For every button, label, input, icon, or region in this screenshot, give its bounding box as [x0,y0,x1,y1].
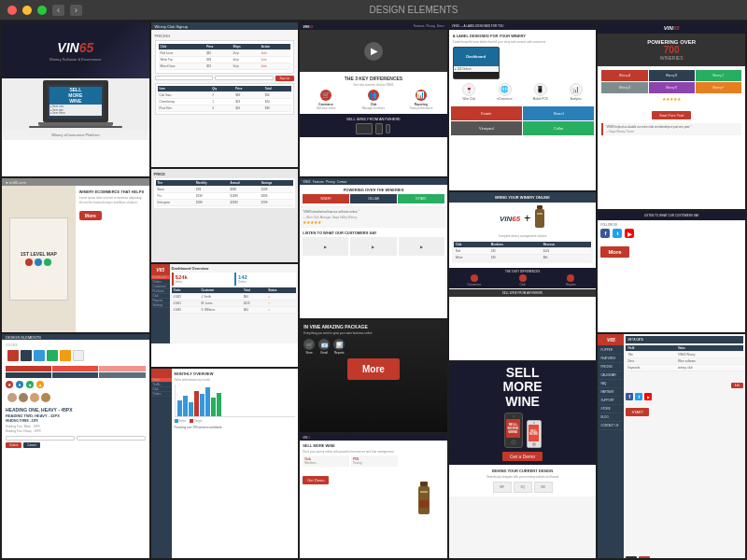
twitter-icon[interactable]: t [613,229,622,238]
nav-forward-button[interactable]: › [70,5,82,16]
wine-bottle-svg [415,482,433,524]
phones-content: SELLMOREWINE SELLMOREWINE [449,362,597,558]
dashboard-panel: V65 Dashboard Orders Customers Products … [151,264,299,367]
order-summary: ItemQtyPriceTotal Cab Sauv2$28$56 Chardo… [155,83,295,115]
screen-mockup-1: Dashboard ● 142 Orders [453,47,500,79]
email-cta-btn[interactable]: Start Free Trial [652,111,691,119]
phone-home-2 [532,442,536,446]
winery-heading: WINERY ECOMMERCE THAT HELPS [79,189,146,194]
form-name-input[interactable] [155,76,213,80]
sample-btn-red[interactable]: Submit [6,442,21,448]
phone-text-1: SELLMOREWINE [508,423,519,435]
start-btn[interactable]: START [626,408,649,416]
diff-3-text: Track performance [399,106,444,110]
wine-bottle-area [401,441,447,558]
chart-title: MONTHLY OVERVIEW [175,371,296,376]
more-button-col5[interactable]: More [600,246,628,258]
sample-input-2[interactable] [77,436,146,441]
prev-arrow-btn[interactable]: ‹ [626,556,637,558]
form-submit-btn[interactable]: Sign Up [275,76,295,81]
nav-item-calendar[interactable]: CALENDAR [599,371,623,380]
swatch-green [47,350,58,361]
nav-items: FLIPPER FEATURES PRICING CALENDAR FAQ PA… [598,345,624,431]
whiteboard-more-btn[interactable]: More [79,211,102,220]
sidebar-item-settings[interactable]: Settings [151,303,170,308]
sample-btn-dark[interactable]: Cancel [23,442,39,448]
diff-3: 📊 Reporting Track performance [399,90,444,110]
winery-caption: Winery eCommerce Platform [2,130,149,140]
form-panel: Winery Club Signup PRICING ClubPriceShip… [151,22,299,167]
preview-area: VIN65 Winery Software & Ecommerce SELLMO… [0,21,747,560]
fi-4: 📊 Analytics [559,83,592,101]
sell-anywhere: SELL WINE FROM ANYWHERE [300,114,447,137]
mini-diff-title: THE 3 KEY DIFFERENCES [451,270,595,273]
website-2-nav: VIN65 · Features · Pricing · Contact [303,180,346,184]
md3-text: Reports [548,283,595,287]
nav-back-button[interactable]: ‹ [52,5,64,16]
form-email-input[interactable] [215,76,273,80]
bar-aug [217,393,221,417]
video-hero: ▶ [300,30,447,72]
sidebar-logo-text: V65 [156,267,164,273]
sell-feature-2: POS Tasting [351,455,398,467]
plus-sign: + [524,212,530,225]
maximize-dot[interactable] [37,6,47,15]
nav-arrows: ‹ › [626,556,650,558]
more-button-col3[interactable]: More [347,358,400,380]
website-1-nav: VIN65 Features Pricing Demo [300,22,447,30]
email-quote-author: — Napa Winery Owner [605,130,740,133]
brand-logo: VIN65 [500,215,520,223]
testimonial-2-icon: ▶ [372,245,374,249]
nav-link-1[interactable]: Features [414,24,425,28]
close-dot[interactable] [7,6,17,15]
md1-icon [471,274,478,282]
nav-link-2[interactable]: Pricing [427,24,435,28]
app-1-nav: VIN65 — A LABEL DESIGNED FOR YOU [449,22,597,30]
meta-edit-btn[interactable]: Edit [731,383,743,388]
nav-item-contact[interactable]: CONTACT US [599,422,623,430]
sample-input-1[interactable] [6,436,75,441]
form-elements: Submit Cancel [6,436,146,448]
nav-item-flipper[interactable]: FLIPPER [599,346,623,355]
caption-text: Winery eCommerce Platform [6,133,146,137]
app-1-desc: Create beautiful wine labels that tell y… [453,40,593,44]
next-arrow-btn[interactable]: › [639,556,650,558]
bar-jul [211,398,216,416]
feature-1: 🛒 Store [303,339,315,355]
nav-item-blog[interactable]: BLOG [599,413,623,422]
nav-item-partner[interactable]: PARTNER [599,388,623,397]
facebook-icon[interactable]: f [600,229,610,238]
pricing-panel: PRICE TierMonthlyAnnualSavings Basic$99$… [151,169,299,262]
nav-item-pricing[interactable]: PRICING [599,363,623,371]
minimize-dot[interactable] [22,6,32,15]
bottom-yt-icon[interactable]: ▶ [644,393,652,400]
color-section: COLORS [6,343,146,363]
nav-item-store[interactable]: STORE [599,405,623,413]
follow-label: FOLLOW US [600,223,742,227]
branding-panel: VIN65 Winery Software & Ecommerce SELLMO… [2,22,149,176]
palette-cell-6 [99,372,145,378]
get-demo-phones[interactable]: Get a Demo [502,452,543,461]
email-logo: VIN65 [664,25,680,31]
bar-apr [194,391,199,416]
get-demo-btn[interactable]: Get Demo [303,476,329,484]
chart-nav-4[interactable]: Orders [151,392,172,397]
form-content: Winery Club Signup PRICING ClubPriceShip… [151,22,299,167]
eg-4: Winery D [601,82,647,93]
play-button[interactable]: ▶ [364,42,383,61]
nav-item-features[interactable]: FEATURES [599,355,623,363]
recent-orders-table: OrderCustomerTotalStatus #1042J. Smith$8… [172,287,297,314]
phone-text-2: SELLMORE [529,430,538,437]
nav-item-support[interactable]: SUPPORT [599,397,623,405]
youtube-icon[interactable]: ▶ [625,229,634,238]
email-content: VIN65 POWERING OVER 700 WINERIES [598,22,745,209]
legend-sales-color [175,419,178,423]
email-quote: "VIN65 helped us double our wine club me… [601,123,741,135]
nav-item-faq[interactable]: FAQ [599,380,623,388]
feature-1-label: Store [303,351,315,355]
bottom-tw-icon[interactable]: t [635,393,642,400]
typography-section: HEADING ONE, HEAVY - 45PX READING TWO, H… [6,407,146,433]
bottom-fb-icon[interactable]: f [626,393,633,400]
website-2-header: VIN65 · Features · Pricing · Contact [300,178,447,185]
nav-link-3[interactable]: Demo [437,24,444,28]
